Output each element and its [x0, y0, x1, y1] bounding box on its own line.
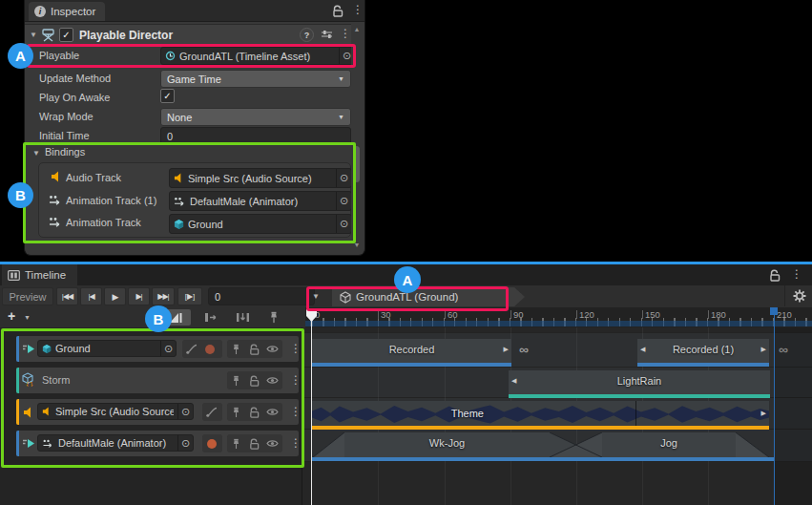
tab-inspector[interactable]: i Inspector [29, 2, 105, 21]
ruler-tick [708, 310, 709, 319]
marker-pin-button[interactable] [263, 309, 284, 326]
update-method-label: Update Method [39, 73, 111, 84]
scroll-up-icon[interactable]: ▲ [353, 26, 361, 32]
playable-director-icon [41, 28, 55, 42]
lock-icon[interactable] [769, 269, 781, 282]
clip-label: Recorded [312, 344, 511, 355]
next-frame-button[interactable]: ▶| [128, 287, 150, 305]
callout-a-badge: A [394, 266, 421, 293]
play-on-awake-checkbox[interactable]: ✓ [160, 89, 175, 103]
foldout-icon[interactable]: ▼ [30, 31, 37, 39]
frame-value: 0 [215, 291, 220, 303]
goto-end-button[interactable]: ▶▶| [152, 287, 175, 305]
ease-in-ramp[interactable] [313, 432, 344, 457]
ruler-label: 150 [645, 309, 660, 320]
playable-director-header[interactable]: ▼ ✓ Playable Director ? ⋮ [25, 24, 354, 46]
tab-timeline[interactable]: Timeline [2, 264, 77, 285]
clip-label: Jog [602, 437, 736, 449]
skip-start-icon: |◀◀ [62, 292, 73, 301]
preview-button[interactable]: Preview [2, 287, 53, 305]
step-back-icon: |◀ [88, 292, 94, 301]
menu-kebab-icon[interactable]: ⋮ [791, 268, 802, 280]
ripple-mode-icon [204, 312, 219, 323]
play-range-button[interactable]: [▶] [177, 287, 202, 305]
ruler-label: 90 [513, 309, 524, 320]
play-on-awake-label: Play On Awake [39, 92, 110, 103]
clip-label: LightRain [509, 375, 770, 387]
clip-type-color [509, 394, 770, 398]
clip-in-handle[interactable]: ◀ [640, 346, 645, 353]
dropdown-arrow-icon: ▼ [338, 75, 344, 82]
play-button[interactable]: ▶ [104, 287, 126, 305]
add-track-button[interactable]: + [8, 308, 15, 324]
clip-out-handle[interactable]: ▶ [761, 410, 766, 417]
replace-mode-button[interactable] [229, 309, 256, 326]
screenshot-root: i Inspector ⋮ ▼ ✓ Playable Director ? ⋮ [0, 0, 812, 505]
callout-a-highlight-box [27, 44, 356, 68]
callout-a-badge: A [8, 43, 33, 69]
settings-button[interactable] [784, 285, 812, 306]
ruler-tick [510, 310, 511, 319]
wrap-mode-dropdown[interactable]: None ▼ [160, 108, 351, 126]
crossfade[interactable] [550, 432, 602, 457]
inspector-tab-bar: i Inspector ⋮ [25, 0, 364, 22]
clip-label: Wk-Jog [344, 437, 550, 449]
component-enabled-checkbox[interactable]: ✓ [59, 28, 73, 42]
skip-end-icon: ▶▶| [157, 292, 168, 301]
callout-b-highlight-box [23, 142, 356, 243]
ruler-label: 210 [777, 309, 792, 320]
clip-label: Recorded (1) [637, 344, 769, 355]
playhead-line[interactable] [311, 321, 312, 505]
hold-infinity-icon: ∞ [519, 342, 529, 357]
frame-field[interactable]: 0 [208, 287, 315, 305]
callout-b-badge: B [145, 305, 172, 332]
clip-in-handle[interactable]: ◀ [511, 377, 516, 385]
clip-out-handle[interactable]: ▶ [504, 346, 509, 353]
clip-lightrain[interactable]: LightRain ◀ [509, 370, 770, 398]
ease-out-ramp[interactable] [736, 432, 769, 457]
clip-theme[interactable]: Theme ▶ [312, 401, 769, 430]
clip-wkjog[interactable]: Wk-Jog [344, 432, 550, 457]
ruler-tick [576, 310, 577, 319]
callout-b-highlight-box [1, 328, 304, 468]
play-range-icon: [▶] [185, 292, 196, 301]
clip-type-color [312, 363, 511, 367]
film-icon [8, 270, 20, 281]
clip-type-color [637, 363, 769, 367]
wrap-mode-label: Wrap Mode [39, 111, 94, 122]
menu-kebab-icon[interactable]: ⋮ [352, 4, 364, 15]
timeline-tab-label: Timeline [25, 269, 66, 281]
help-icon[interactable]: ? [300, 28, 314, 42]
add-track-arrow-icon[interactable]: ▼ [24, 314, 31, 321]
clip-recorded[interactable]: Recorded ▶ [312, 339, 511, 367]
ruler-tick [378, 310, 379, 319]
initial-time-label: Initial Time [39, 130, 90, 141]
clip-out-handle[interactable]: ▶ [761, 346, 766, 353]
clip-type-color [312, 426, 769, 430]
clip-recorded-1[interactable]: Recorded (1) ◀ ▶ [637, 339, 769, 367]
ruler-range-band [305, 321, 812, 326]
goto-start-button[interactable]: |◀◀ [56, 287, 78, 305]
info-icon: i [34, 6, 46, 17]
clip-type-color [312, 457, 774, 461]
ruler-tick [642, 310, 643, 319]
gear-icon [793, 289, 806, 303]
lock-icon[interactable] [332, 5, 344, 17]
timeline-window: Timeline ⋮ Preview |◀◀ |◀ ▶ ▶| ▶▶| [▶] 0… [0, 262, 812, 505]
ruler-label: 180 [711, 309, 726, 320]
component-kebab-icon[interactable]: ⋮ [340, 28, 351, 39]
presets-icon[interactable] [321, 29, 333, 40]
update-method-dropdown[interactable]: Game Time ▼ [160, 70, 351, 88]
ripple-mode-button[interactable] [197, 309, 225, 326]
timeline-end-line [774, 307, 775, 505]
ruler-tick [445, 310, 446, 319]
inspector-tab-label: Inspector [51, 6, 95, 17]
previous-frame-button[interactable]: |◀ [80, 287, 102, 305]
out-of-range-shade [775, 327, 812, 505]
ruler-label: 120 [579, 309, 594, 320]
wrap-mode-value: None [167, 112, 192, 123]
dropdown-arrow-icon: ▼ [338, 114, 344, 120]
step-forward-icon: ▶| [135, 292, 141, 301]
clip-label: Theme [302, 408, 769, 419]
clip-jog[interactable]: Jog [602, 432, 736, 457]
